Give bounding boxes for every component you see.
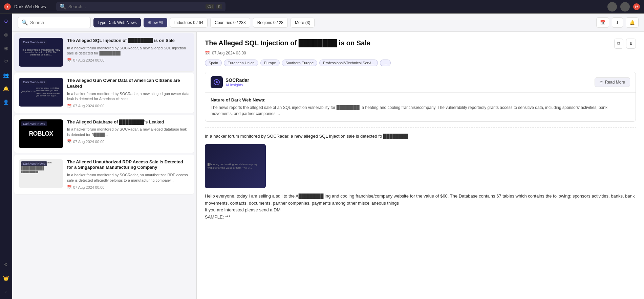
download-btn[interactable]: ⬇ bbox=[612, 17, 623, 28]
sidebar-item-settings[interactable]: ⚙ bbox=[2, 260, 10, 269]
ai-insights-box: SOCRadar AI Insights ⟳ Read More Nature … bbox=[205, 72, 636, 122]
more-filter-btn[interactable]: More (3) bbox=[291, 18, 315, 28]
split-pane: In a hacker forum monitored to reply whe… bbox=[12, 32, 644, 299]
detail-separator bbox=[205, 127, 636, 128]
list-item-thumb-3: ROBLOX Dark Web News bbox=[19, 119, 63, 148]
detail-pane: The Alleged SQL Injection of ████████ is… bbox=[197, 32, 644, 299]
detail-download-btn[interactable]: ⬇ bbox=[626, 39, 636, 49]
countries-filter-btn[interactable]: Countries 0 / 233 bbox=[210, 18, 250, 28]
app-title: Dark Web News bbox=[14, 4, 46, 9]
list-item[interactable]: ROBLOX Dark Web News The Alleged Databas… bbox=[14, 115, 194, 153]
ai-logo: SOCRadar AI Insights bbox=[211, 76, 249, 88]
ai-sub: AI Insights bbox=[226, 83, 249, 87]
list-item-desc-3: In a hacker forum monitored by SOCRadar,… bbox=[67, 127, 190, 137]
regions-filter-btn[interactable]: Regions 0 / 28 bbox=[253, 18, 288, 28]
list-item[interactable]: In a hacker forum monitored to reply whe… bbox=[14, 33, 194, 72]
list-item-desc-4: In a hacker forum monitored by SOCRadar,… bbox=[67, 172, 190, 183]
show-filter-btn[interactable]: Show All bbox=[144, 18, 167, 27]
ai-box-header: SOCRadar AI Insights ⟳ Read More bbox=[205, 72, 636, 93]
main-layout: ⊙ ◎ ◉ 🛡 👥 🔔 👤 ⚙ 👑 › 🔍 Type Dark Web News… bbox=[0, 14, 644, 299]
tag-europe[interactable]: Europe bbox=[260, 60, 280, 66]
list-item-thumb-2: gunprime.comamerica china, reminding the… bbox=[19, 78, 63, 107]
ai-name: SOCRadar bbox=[226, 77, 249, 83]
list-item-desc-1: In a hacker forum monitored by SOCRadar,… bbox=[67, 46, 190, 56]
list-item-title-3: The Alleged Database of ████████'s Leake… bbox=[67, 119, 190, 125]
list-item-date-1: 📅07 Aug 2024 00:00 bbox=[67, 58, 190, 63]
item-badge-2: Dark Web News bbox=[21, 80, 47, 85]
ai-name-block: SOCRadar AI Insights bbox=[226, 77, 249, 87]
detail-title: The Alleged SQL Injection of ████████ is… bbox=[205, 39, 370, 47]
detail-image: █ heating and cooling franchise/company … bbox=[205, 144, 266, 188]
list-item-content-4: The Alleged Unauthorized RDP Access Sale… bbox=[67, 159, 190, 190]
list-item[interactable]: $ CORP. VMP ACCESS 1DA █████████████████… bbox=[14, 155, 194, 195]
type-filter-btn[interactable]: Type Dark Web News bbox=[93, 18, 141, 27]
tag-professional[interactable]: Professional&Technical Servi... bbox=[319, 60, 378, 66]
list-item-date-3: 📅07 Aug 2024 00:00 bbox=[67, 139, 190, 144]
list-item-thumb: In a hacker forum monitored to reply whe… bbox=[19, 38, 63, 67]
detail-content-text: Hello everyone, today I am selling a sql… bbox=[205, 193, 636, 221]
sidebar-item-user[interactable]: 👤 bbox=[2, 98, 10, 106]
tag-eu[interactable]: European Union bbox=[224, 60, 258, 66]
list-pane: In a hacker forum monitored to reply whe… bbox=[12, 32, 197, 299]
list-item[interactable]: gunprime.comamerica china, reminding the… bbox=[14, 73, 194, 113]
list-item-content-3: The Alleged Database of ████████'s Leake… bbox=[67, 119, 190, 148]
detail-copy-btn[interactable]: ⧉ bbox=[614, 39, 623, 49]
sidebar-collapse[interactable]: › bbox=[2, 288, 10, 296]
notification-badge[interactable]: 9+ bbox=[633, 3, 640, 10]
user-avatar-2[interactable] bbox=[620, 2, 630, 12]
list-item-thumb-4: $ CORP. VMP ACCESS 1DA █████████████████… bbox=[19, 159, 63, 188]
ai-box-body: Nature of Dark Web News: The news report… bbox=[205, 93, 636, 121]
calendar-btn[interactable]: 📅 bbox=[596, 17, 609, 28]
sidebar-item-people[interactable]: 👥 bbox=[2, 71, 10, 79]
list-item-content-1: The Alleged SQL Injection of ████████ is… bbox=[67, 38, 190, 67]
tag-spain[interactable]: Spain bbox=[205, 60, 222, 66]
app-logo: ● bbox=[4, 3, 11, 10]
search-icon: 🔍 bbox=[21, 19, 28, 26]
ai-section-text: The news reports the alleged sale of an … bbox=[211, 105, 630, 117]
read-more-icon: ⟳ bbox=[600, 80, 603, 85]
tag-southern-europe[interactable]: Southern Europe bbox=[282, 60, 317, 66]
toolbar: 🔍 Type Dark Web News Show All Industries… bbox=[12, 14, 644, 32]
list-item-title-4: The Alleged Unauthorized RDP Access Sale… bbox=[67, 159, 190, 171]
user-avatar[interactable] bbox=[607, 2, 617, 12]
list-item-title-2: The Alleged Gun Owner Data of American C… bbox=[67, 78, 190, 89]
list-item-date-4: 📅07 Aug 2024 00:00 bbox=[67, 185, 190, 189]
tag-more[interactable]: ... bbox=[380, 60, 390, 66]
socradar-logo-icon bbox=[211, 76, 223, 88]
sidebar: ⊙ ◎ ◉ 🛡 👥 🔔 👤 ⚙ 👑 › bbox=[0, 14, 12, 299]
svg-point-1 bbox=[216, 81, 218, 83]
topbar-search[interactable]: 🔍 Ctrl K bbox=[56, 2, 226, 11]
notifications-btn[interactable]: 🔔 bbox=[626, 17, 639, 28]
list-item-date-2: 📅07 Aug 2024 00:00 bbox=[67, 104, 190, 108]
list-item-content-2: The Alleged Gun Owner Data of American C… bbox=[67, 78, 190, 108]
sidebar-bottom: ⚙ 👑 › bbox=[2, 260, 10, 296]
list-item-title-1: The Alleged SQL Injection of ████████ is… bbox=[67, 38, 190, 44]
sidebar-item-alerts[interactable]: 🔔 bbox=[2, 85, 10, 93]
item-badge-3: Dark Web News bbox=[21, 121, 47, 126]
toolbar-search-input[interactable] bbox=[30, 20, 87, 25]
topbar-search-input[interactable] bbox=[68, 4, 204, 9]
sidebar-item-admin[interactable]: 👑 bbox=[2, 274, 10, 282]
ctrl-shortcut: Ctrl bbox=[206, 4, 214, 9]
sidebar-item-shield[interactable]: 🛡 bbox=[2, 58, 10, 66]
ai-section-title: Nature of Dark Web News: bbox=[211, 97, 630, 102]
read-more-btn[interactable]: ⟳ Read More bbox=[595, 77, 630, 87]
sidebar-item-target[interactable]: ◉ bbox=[2, 44, 10, 52]
detail-header-row: The Alleged SQL Injection of ████████ is… bbox=[205, 39, 636, 51]
item-badge-1: Dark Web News bbox=[21, 40, 47, 45]
item-badge-4: Dark Web News bbox=[21, 161, 47, 166]
calendar-icon: 📅 bbox=[205, 51, 210, 55]
detail-date: 📅 07 Aug 2024 03:00 bbox=[205, 51, 636, 55]
detail-body-intro: In a hacker forum monitored by SOCRadar,… bbox=[205, 133, 636, 140]
sidebar-item-radar[interactable]: ◎ bbox=[2, 30, 10, 39]
industries-filter-btn[interactable]: Industries 0 / 64 bbox=[170, 18, 208, 28]
topbar: ● Dark Web News 🔍 Ctrl K 9+ bbox=[0, 0, 644, 14]
content-area: 🔍 Type Dark Web News Show All Industries… bbox=[12, 14, 644, 299]
sidebar-item-home[interactable]: ⊙ bbox=[2, 17, 10, 25]
search-icon: 🔍 bbox=[60, 3, 66, 10]
topbar-right: 9+ bbox=[607, 2, 640, 12]
detail-tags: Spain European Union Europe Southern Eur… bbox=[205, 60, 636, 66]
k-shortcut: K bbox=[216, 4, 222, 9]
toolbar-search-box[interactable]: 🔍 bbox=[18, 17, 91, 28]
detail-image-inner: █ heating and cooling franchise/company … bbox=[205, 144, 266, 188]
